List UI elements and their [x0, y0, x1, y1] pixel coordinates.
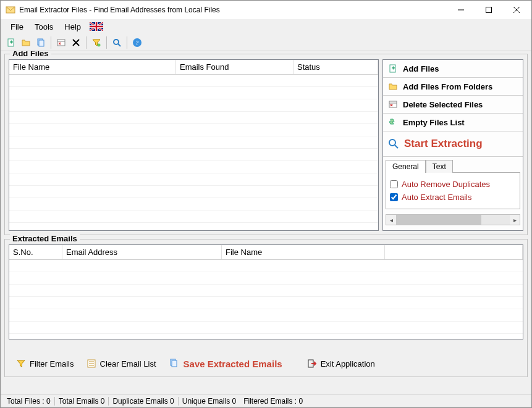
- start-extracting-button[interactable]: Start Extracting: [383, 131, 523, 157]
- options-scrollbar[interactable]: ◂ ▸: [386, 214, 520, 225]
- svg-line-26: [395, 145, 398, 148]
- save-extracted-button[interactable]: Save Extracted Emails: [164, 356, 287, 372]
- table-row[interactable]: [9, 260, 523, 272]
- svg-point-25: [389, 139, 395, 146]
- auto-extract-checkbox[interactable]: [390, 193, 398, 201]
- col-emails-found[interactable]: Emails Found: [176, 60, 293, 74]
- add-files-label: Add Files: [10, 51, 51, 58]
- empty-list-button[interactable]: Empty Files List: [383, 114, 523, 131]
- files-table[interactable]: File Name Emails Found Status: [9, 59, 379, 231]
- table-row[interactable]: [9, 149, 378, 161]
- auto-extract-label: Auto Extract Emails: [402, 193, 471, 202]
- auto-remove-checkbox[interactable]: [390, 180, 398, 188]
- files-table-body: [9, 75, 378, 230]
- save-icon: [169, 358, 180, 369]
- scroll-track[interactable]: [396, 215, 510, 225]
- close-button[interactable]: [502, 1, 530, 19]
- exit-application-button[interactable]: Exit Application: [302, 356, 380, 371]
- table-row[interactable]: [9, 173, 378, 186]
- filter-emails-button[interactable]: Filter Emails: [11, 356, 79, 371]
- table-row[interactable]: [9, 99, 378, 112]
- delete-selected-label: Delete Selected Files: [403, 100, 483, 109]
- table-row[interactable]: [9, 112, 378, 124]
- svg-rect-29: [172, 360, 177, 367]
- col-file-name[interactable]: File Name: [9, 60, 176, 74]
- filter-icon[interactable]: [90, 36, 103, 49]
- scroll-left-icon[interactable]: ◂: [386, 215, 396, 225]
- table-row[interactable]: [9, 87, 378, 99]
- scroll-right-icon[interactable]: ▸: [510, 215, 520, 225]
- table-row[interactable]: [9, 309, 523, 322]
- table-row[interactable]: [9, 136, 378, 149]
- options-tab-body: Auto Remove Duplicates Auto Extract Emai…: [386, 172, 520, 209]
- add-files-section: Add Files File Name Emails Found Status: [4, 54, 528, 235]
- status-unique-emails: Unique Emails 0: [179, 397, 240, 406]
- table-row[interactable]: [9, 186, 378, 198]
- table-row[interactable]: [9, 297, 523, 309]
- auto-remove-option[interactable]: Auto Remove Duplicates: [390, 178, 516, 191]
- start-extracting-label: Start Extracting: [404, 138, 483, 150]
- folder-icon: [388, 81, 398, 91]
- table-row[interactable]: [9, 75, 378, 87]
- add-file-icon: [388, 64, 398, 73]
- svg-rect-9: [90, 26, 103, 27]
- save-extracted-label: Save Extracted Emails: [184, 359, 282, 369]
- svg-rect-13: [57, 40, 65, 46]
- table-row[interactable]: [9, 322, 523, 334]
- add-folders-button[interactable]: Add Files From Folders: [383, 78, 523, 96]
- exit-application-label: Exit Application: [321, 359, 375, 368]
- tab-general[interactable]: General: [386, 160, 426, 173]
- table-row[interactable]: [9, 272, 523, 285]
- emails-table-header: S.No. Email Address File Name: [9, 245, 523, 260]
- col-email-address[interactable]: Email Address: [62, 245, 222, 259]
- toolbar-separator: [51, 36, 51, 49]
- search-icon[interactable]: [110, 36, 124, 49]
- copy-icon[interactable]: [34, 36, 48, 49]
- table-row[interactable]: [9, 210, 378, 223]
- add-files-label: Add Files: [403, 64, 439, 73]
- svg-rect-2: [486, 7, 491, 13]
- statusbar: Total Files : 0 Total Emails 0 Duplicate…: [1, 394, 531, 407]
- app-icon: [6, 5, 15, 15]
- clear-email-list-button[interactable]: Clear Email List: [82, 356, 161, 371]
- help-icon[interactable]: ?: [130, 36, 144, 49]
- minimize-button[interactable]: [447, 1, 475, 19]
- add-folder-icon[interactable]: [19, 36, 33, 49]
- menu-help[interactable]: Help: [59, 21, 86, 33]
- toolbar-separator: [106, 36, 107, 49]
- maximize-button[interactable]: [475, 1, 502, 19]
- svg-rect-12: [39, 40, 44, 46]
- col-file-name-2[interactable]: File Name: [222, 245, 385, 259]
- table-row[interactable]: [9, 161, 378, 173]
- status-total-files: Total Files : 0: [3, 397, 55, 406]
- extracted-emails-section: Extracted Emails S.No. Email Address Fil…: [4, 239, 528, 377]
- bottom-toolbar: Filter Emails Clear Email List Save Extr…: [9, 352, 523, 373]
- scroll-thumb[interactable]: [396, 215, 481, 225]
- svg-rect-10: [8, 39, 14, 46]
- delete-selected-button[interactable]: Delete Selected Files: [383, 96, 523, 114]
- clear-icon[interactable]: [69, 36, 83, 49]
- delete-row-icon[interactable]: [54, 36, 68, 49]
- menu-file[interactable]: File: [6, 21, 28, 33]
- add-file-icon[interactable]: [4, 36, 18, 49]
- tab-text[interactable]: Text: [426, 160, 453, 173]
- col-sno[interactable]: S.No.: [9, 245, 62, 259]
- auto-extract-option[interactable]: Auto Extract Emails: [390, 191, 516, 204]
- toolbar: ?: [1, 34, 531, 51]
- svg-line-19: [118, 44, 120, 46]
- emails-table[interactable]: S.No. Email Address File Name: [9, 244, 523, 339]
- language-flag-icon[interactable]: [90, 22, 103, 31]
- add-folders-label: Add Files From Folders: [403, 82, 492, 91]
- table-row[interactable]: [9, 285, 523, 297]
- table-row[interactable]: [9, 124, 378, 136]
- svg-rect-23: [389, 101, 397, 107]
- clear-list-icon: [87, 359, 96, 368]
- col-status[interactable]: Status: [293, 60, 378, 74]
- status-duplicate-emails: Duplicate Emails 0: [109, 397, 178, 406]
- add-files-button[interactable]: Add Files: [383, 60, 523, 78]
- filter-icon: [16, 359, 26, 368]
- table-row[interactable]: [9, 198, 378, 210]
- files-table-header: File Name Emails Found Status: [9, 60, 378, 75]
- svg-rect-22: [390, 65, 395, 72]
- menu-tools[interactable]: Tools: [30, 21, 58, 33]
